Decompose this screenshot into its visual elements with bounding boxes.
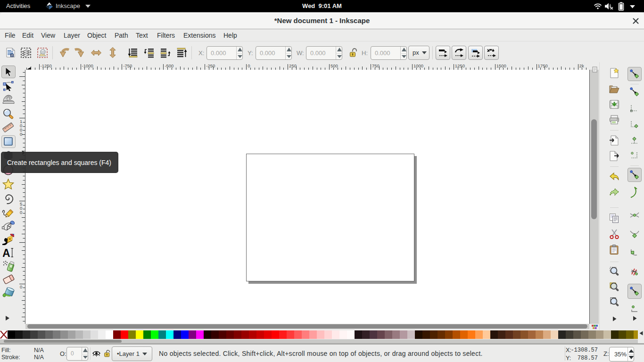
svg-text:0: 0 <box>248 63 250 68</box>
svg-text:750: 750 <box>372 63 380 68</box>
svg-text:2k: 2k <box>579 63 584 68</box>
svg-text:1000: 1000 <box>413 63 423 68</box>
svg-text:1750: 1750 <box>538 63 548 68</box>
svg-text:500: 500 <box>330 63 338 68</box>
svg-text:250: 250 <box>289 63 297 68</box>
svg-text:-750: -750 <box>123 63 132 68</box>
svg-text:0: 0 <box>20 132 22 137</box>
svg-text:1500: 1500 <box>496 63 506 68</box>
svg-text:-250: -250 <box>206 63 215 68</box>
svg-text:-500: -500 <box>165 63 173 68</box>
svg-text:-1000: -1000 <box>82 63 93 68</box>
svg-text:0: 0 <box>20 210 22 215</box>
svg-text:A: A <box>3 247 10 258</box>
svg-text:-1250: -1250 <box>41 63 52 68</box>
svg-text:0: 0 <box>20 284 22 289</box>
svg-text:1250: 1250 <box>455 63 465 68</box>
